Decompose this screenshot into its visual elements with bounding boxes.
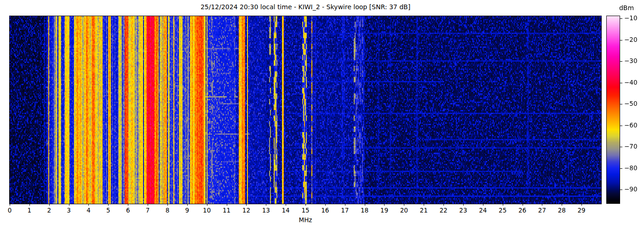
x-tick-label: 4 [81, 207, 96, 214]
x-tick [384, 204, 385, 206]
x-tick-label: 7 [140, 207, 155, 214]
spectrogram-figure: 25/12/2024 20:30 local time - KIWI_2 - S… [0, 0, 644, 230]
x-tick [246, 204, 247, 206]
colorbar-gradient [607, 16, 620, 203]
x-tick [266, 204, 266, 206]
x-tick [581, 204, 582, 206]
x-tick [562, 204, 562, 206]
x-tick [345, 204, 345, 206]
x-tick-label: 2 [42, 207, 57, 214]
colorbar-tick-label: −10 [624, 14, 638, 22]
x-tick-label: 23 [456, 207, 471, 214]
colorbar-tick [620, 40, 622, 40]
colorbar-tick [620, 61, 622, 62]
x-tick-label: 28 [554, 207, 569, 214]
x-tick-label: 17 [338, 207, 352, 214]
x-tick-label: 20 [397, 207, 411, 214]
x-tick [286, 204, 286, 206]
colorbar-tick-label: −20 [624, 36, 638, 43]
colorbar-tick-label: −50 [624, 100, 638, 107]
x-tick [523, 204, 523, 206]
x-tick-label: 8 [160, 207, 175, 214]
x-tick-label: 22 [436, 207, 451, 214]
x-tick-label: 0 [2, 207, 17, 214]
x-tick [207, 204, 207, 206]
colorbar-tick-label: −90 [624, 185, 638, 193]
x-tick [365, 204, 365, 206]
x-tick-label: 9 [180, 207, 195, 214]
waterfall-heatmap [10, 16, 601, 204]
x-tick [29, 204, 30, 206]
x-tick [424, 204, 424, 206]
colorbar-tick [620, 147, 622, 147]
colorbar-tick-label: −30 [624, 57, 638, 64]
x-tick-label: 16 [318, 207, 333, 214]
colorbar-tick [620, 190, 622, 190]
colorbar [606, 16, 620, 204]
x-tick [187, 204, 188, 206]
colorbar-tick [620, 168, 622, 169]
x-tick [148, 204, 148, 206]
x-tick [49, 204, 50, 206]
x-tick-label: 10 [200, 207, 214, 214]
x-tick-label: 1 [22, 207, 37, 214]
colorbar-tick-label: −60 [624, 121, 638, 129]
x-tick-label: 14 [278, 207, 293, 214]
x-tick [463, 204, 464, 206]
colorbar-tick [620, 126, 622, 126]
x-tick [128, 204, 128, 206]
colorbar-tick [620, 104, 622, 104]
x-axis-label: MHz [0, 216, 611, 224]
x-tick [108, 204, 109, 206]
colorbar-tick [620, 18, 622, 19]
x-tick-label: 21 [416, 207, 431, 214]
x-tick-label: 13 [259, 207, 273, 214]
colorbar-tick [620, 83, 622, 83]
x-tick-label: 27 [535, 207, 549, 214]
colorbar-unit-label: dBm [615, 4, 638, 12]
x-tick [305, 204, 306, 206]
x-tick-label: 3 [62, 207, 76, 214]
x-tick-label: 19 [377, 207, 391, 214]
x-tick [227, 204, 227, 206]
x-tick [325, 204, 326, 206]
x-tick [542, 204, 542, 206]
x-tick-label: 18 [357, 207, 372, 214]
x-tick-label: 11 [219, 207, 234, 214]
x-tick [10, 204, 10, 206]
x-tick [443, 204, 444, 206]
x-tick [483, 204, 483, 206]
x-tick-label: 6 [121, 207, 135, 214]
x-tick-label: 5 [101, 207, 115, 214]
x-tick-label: 24 [476, 207, 490, 214]
x-tick [88, 204, 89, 206]
x-tick [503, 204, 503, 206]
x-tick [69, 204, 69, 206]
x-tick-label: 15 [298, 207, 313, 214]
x-tick-label: 29 [574, 207, 589, 214]
x-tick [167, 204, 168, 206]
colorbar-tick-label: −80 [624, 164, 638, 172]
chart-title: 25/12/2024 20:30 local time - KIWI_2 - S… [0, 3, 611, 11]
colorbar-tick-label: −70 [624, 143, 638, 150]
x-tick [404, 204, 404, 206]
x-tick-label: 25 [495, 207, 510, 214]
x-tick-label: 12 [239, 207, 253, 214]
colorbar-tick-label: −40 [624, 79, 638, 86]
plot-area [9, 16, 602, 204]
x-tick-label: 26 [515, 207, 530, 214]
